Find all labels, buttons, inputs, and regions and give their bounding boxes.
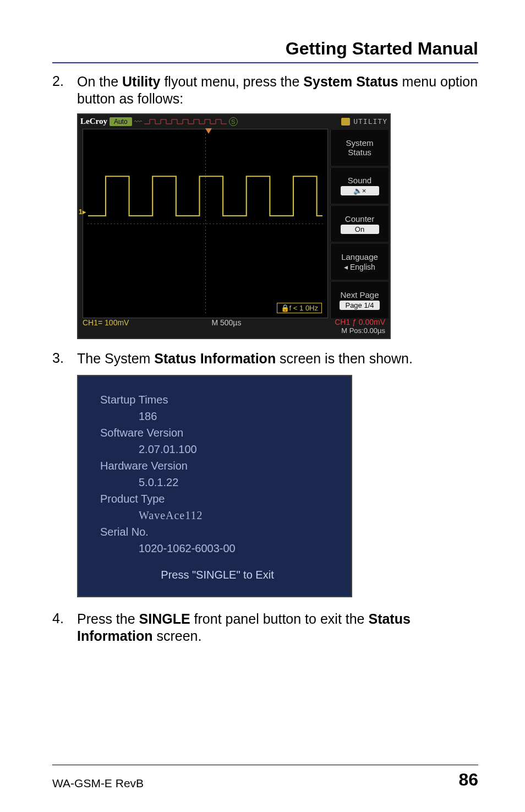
- ch1-scale: CH1= 100mV: [83, 318, 129, 327]
- text: On the: [77, 74, 122, 89]
- serial-no-label: Serial No.: [100, 524, 335, 540]
- step-text: On the Utility flyout menu, press the Sy…: [77, 73, 478, 108]
- menu-language[interactable]: Language ◂ English: [330, 244, 389, 280]
- startup-times-label: Startup Times: [100, 391, 335, 408]
- step-text: The System Status Information screen is …: [77, 350, 413, 367]
- step-number: 3.: [52, 350, 77, 367]
- hardware-version-label: Hardware Version: [100, 457, 335, 474]
- wave-icon: 〰: [134, 117, 142, 126]
- text: screen.: [153, 628, 202, 644]
- menu-value: English: [350, 263, 375, 271]
- step-text: Press the SINGLE front panel button to e…: [77, 611, 478, 645]
- sound-icon: 🔈×: [341, 186, 379, 195]
- menu-next-page[interactable]: Next Page Page 1/4: [330, 282, 389, 318]
- menu-sound[interactable]: Sound 🔈×: [330, 168, 389, 204]
- brand-label: LeCroy: [80, 117, 107, 126]
- scope-menu-sidebar: System Status Sound 🔈× Counter On Langua…: [330, 130, 389, 318]
- product-type-value: WaveAce112: [100, 507, 335, 524]
- timebase: M 500µs: [211, 318, 241, 327]
- startup-times-value: 186: [100, 408, 335, 424]
- menu-label: Sound: [348, 176, 371, 185]
- status-info-screenshot: Startup Times 186 Software Version 2.07.…: [77, 375, 352, 597]
- s-icon: S: [229, 117, 238, 126]
- page-footer: WA-GSM-E RevB 86: [52, 765, 478, 790]
- scope-topbar: LeCroy Auto 〰 S UTILITY: [78, 115, 390, 129]
- bold-text: Status Information: [154, 351, 276, 366]
- menu-label: Language: [341, 252, 378, 261]
- usb-icon: [341, 118, 350, 126]
- footer-page-number: 86: [458, 770, 478, 790]
- frequency-readout: 🔒f < 1 0Hz: [277, 303, 322, 313]
- footer-docid: WA-GSM-E RevB: [52, 777, 144, 790]
- bold-text: System Status: [303, 74, 398, 89]
- menu-system-status[interactable]: System Status: [330, 130, 389, 166]
- auto-button[interactable]: Auto: [110, 117, 132, 126]
- text: front panel button to exit the: [190, 611, 369, 626]
- menu-value: Page 1/4: [340, 301, 379, 310]
- software-version-label: Software Version: [100, 424, 335, 441]
- step-2: 2. On the Utility flyout menu, press the…: [52, 73, 478, 108]
- bold-text: SINGLE: [139, 611, 190, 626]
- product-type-label: Product Type: [100, 491, 335, 507]
- lock-icon: 🔒: [281, 304, 289, 312]
- freq-value: f < 1 0Hz: [289, 304, 318, 312]
- step-number: 2.: [52, 73, 77, 108]
- oscilloscope-screenshot: LeCroy Auto 〰 S UTILITY 1▸ 🔒f < 1 0Hz Sy…: [77, 113, 391, 339]
- menu-label: Counter: [345, 214, 374, 224]
- trigger-arrow-icon: [205, 128, 212, 134]
- text: Press the: [77, 611, 139, 626]
- software-version-value: 2.07.01.100: [100, 441, 335, 457]
- menu-value: On: [341, 225, 379, 234]
- menu-counter[interactable]: Counter On: [330, 206, 389, 242]
- step-3: 3. The System Status Information screen …: [52, 350, 478, 367]
- mini-wave-icon: [144, 118, 227, 125]
- scope-bottombar: CH1= 100mV M 500µs CH1 ƒ 0.00mV M Pos:0.…: [83, 318, 385, 337]
- bold-text: Utility: [122, 74, 160, 89]
- waveform: [88, 171, 322, 227]
- utility-label: UTILITY: [353, 117, 387, 126]
- text: The System: [77, 351, 154, 366]
- hardware-version-value: 5.0.1.22: [100, 474, 335, 491]
- text: screen is then shown.: [276, 351, 413, 366]
- serial-no-value: 1020-1062-6003-00: [100, 540, 335, 557]
- ch1-marker: 1▸: [79, 208, 86, 216]
- page-header: Getting Started Manual: [52, 39, 478, 63]
- text: flyout menu, press the: [160, 74, 303, 89]
- step-4: 4. Press the SINGLE front panel button t…: [52, 611, 478, 645]
- mpos: M Pos:0.00µs: [341, 326, 385, 335]
- ch1-trig: CH1 ƒ 0.00mV: [335, 318, 385, 326]
- exit-message: Press "SINGLE" to Exit: [100, 566, 335, 583]
- menu-label: Next Page: [340, 290, 379, 299]
- trigger-info: CH1 ƒ 0.00mV M Pos:0.00µs: [335, 318, 385, 335]
- scope-display: 1▸ 🔒f < 1 0Hz: [83, 129, 328, 318]
- step-number: 4.: [52, 611, 77, 645]
